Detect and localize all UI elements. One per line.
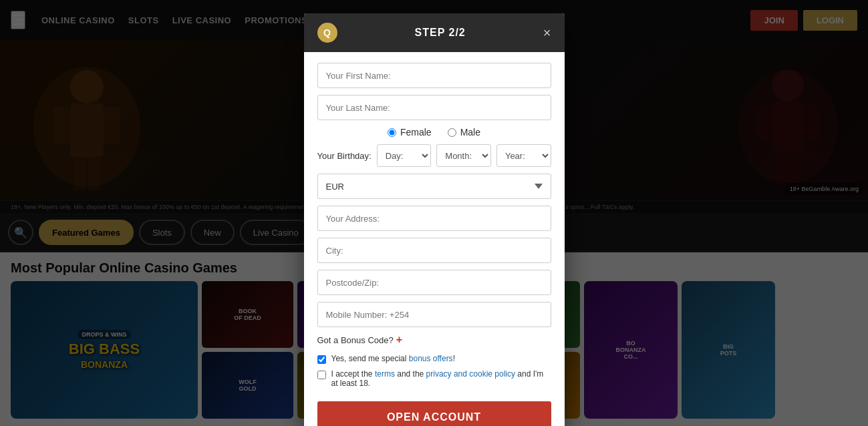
registration-modal: Q STEP 2/2 × Female Male Your Birth [304,13,565,426]
modal-overlay: Q STEP 2/2 × Female Male Your Birth [0,0,868,426]
gender-row: Female Male [317,127,551,138]
currency-select[interactable]: EUR USD GBP [317,174,551,199]
bonus-code-text: Got a Bonus Code? [317,335,394,345]
checkbox-terms-label[interactable]: I accept the terms and the privacy and c… [331,369,551,388]
gender-male-radio[interactable] [448,128,456,137]
modal-close-button[interactable]: × [543,26,551,39]
birthday-month-select[interactable]: Month: [436,144,491,167]
checkbox-offers-after: ! [453,354,455,363]
open-account-button[interactable]: OPEN ACCOUNT [317,401,551,426]
bonus-offers-link[interactable]: bonus offers [409,354,453,363]
checkbox-offers-label[interactable]: Yes, send me special bonus offers! [331,354,455,363]
checkbox-offers[interactable] [317,355,326,364]
modal-title: STEP 2/2 [337,27,543,39]
gender-female-label[interactable]: Female [388,127,432,138]
address-input[interactable] [317,206,551,231]
birthday-day-select[interactable]: Day: [377,144,432,167]
last-name-input[interactable] [317,95,551,120]
birthday-row: Your Birthday: Day: Month: Year: [317,144,551,167]
gender-male-text: Male [460,127,480,138]
modal-header: Q STEP 2/2 × [304,13,565,52]
terms-link[interactable]: terms [375,369,395,379]
mobile-input[interactable] [317,302,551,327]
bonus-code-row[interactable]: Got a Bonus Code? + [317,334,551,346]
gender-female-radio[interactable] [388,128,396,137]
terms-mid-text: and the [395,369,426,379]
birthday-year-select[interactable]: Year: [496,144,551,167]
modal-logo: Q [317,23,337,43]
gender-female-text: Female [400,127,432,138]
checkbox-terms[interactable] [317,371,326,379]
modal-body: Female Male Your Birthday: Day: Month: Y… [304,52,565,426]
bonus-plus-icon: + [396,334,402,346]
first-name-input[interactable] [317,63,551,88]
gender-male-label[interactable]: Male [448,127,480,138]
terms-before-text: I accept the [331,369,375,379]
privacy-policy-link[interactable]: privacy and cookie policy [426,369,515,379]
postcode-input[interactable] [317,270,551,295]
city-input[interactable] [317,238,551,263]
checkbox-offers-before: Yes, send me special [331,354,409,363]
birthday-label: Your Birthday: [317,151,372,161]
checkbox-terms-row: I accept the terms and the privacy and c… [317,369,551,388]
checkbox-offers-row: Yes, send me special bonus offers! [317,354,551,364]
